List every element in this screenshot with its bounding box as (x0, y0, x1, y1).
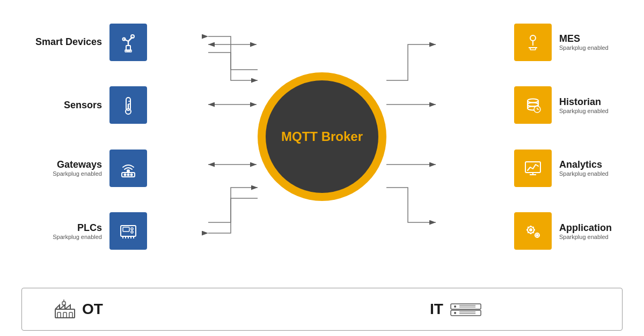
svg-point-3 (131, 35, 134, 38)
analytics-icon-box (514, 150, 552, 187)
gateways-row: Gateways Sparkplug enabled (32, 150, 147, 187)
server-icon (450, 302, 482, 317)
svg-point-16 (131, 174, 133, 175)
plc-icon (116, 219, 140, 243)
ot-section: OT (54, 300, 322, 319)
it-label: IT (430, 301, 443, 318)
sensors-label: Sensors (32, 100, 102, 111)
svg-point-8 (126, 109, 131, 114)
plcs-row: PLCs Sparkplug enabled (32, 212, 147, 250)
it-section: IT (322, 301, 590, 318)
svg-point-15 (128, 174, 129, 175)
broker-circle: MQTT Broker (258, 72, 386, 201)
svg-rect-69 (63, 312, 67, 318)
sensors-row: Sensors (32, 86, 147, 124)
gateways-icon-box (109, 150, 147, 187)
analytics-row: Analytics Sparkplug enabled (514, 150, 609, 187)
sensors-icon-box (109, 86, 147, 124)
svg-point-30 (528, 99, 538, 103)
application-icon (521, 219, 545, 243)
svg-rect-70 (69, 312, 72, 318)
svg-point-20 (131, 231, 133, 233)
svg-point-75 (454, 305, 456, 308)
thermometer-icon (116, 93, 140, 117)
wifi-router-icon (116, 156, 140, 180)
mes-icon-box (514, 24, 552, 61)
left-devices-column: Smart Devices Sensors (32, 0, 147, 273)
application-icon-box (514, 212, 552, 250)
svg-rect-18 (123, 227, 129, 232)
svg-rect-68 (57, 312, 61, 318)
historian-label: Historian Sparkplug enabled (559, 96, 609, 114)
mes-icon (521, 31, 545, 54)
svg-point-76 (454, 312, 456, 314)
mes-title: MES (559, 33, 609, 44)
analytics-subtitle: Sparkplug enabled (559, 170, 609, 177)
application-subtitle: Sparkplug enabled (559, 234, 612, 240)
plcs-title: PLCs (32, 222, 102, 234)
historian-icon-box (514, 86, 552, 124)
analytics-icon (521, 156, 545, 180)
svg-line-49 (528, 227, 528, 228)
historian-row: Historian Sparkplug enabled (514, 86, 609, 124)
historian-title: Historian (559, 96, 609, 108)
plcs-icon-box (109, 212, 147, 250)
sensors-title: Sensors (32, 100, 102, 111)
mes-subtitle: Sparkplug enabled (559, 44, 609, 51)
svg-line-52 (533, 227, 533, 228)
gateways-label: Gateways Sparkplug enabled (32, 159, 102, 177)
ot-label: OT (82, 301, 103, 318)
broker-inner-circle: MQTT Broker (266, 80, 378, 193)
robot-arm-icon (116, 31, 140, 54)
gateways-subtitle: Sparkplug enabled (32, 170, 102, 177)
application-row: Application Sparkplug enabled (514, 212, 612, 250)
analytics-label: Analytics Sparkplug enabled (559, 159, 609, 177)
svg-rect-40 (525, 162, 540, 173)
diagram-area: Smart Devices Sensors (0, 0, 644, 273)
smart-devices-row: Smart Devices (32, 24, 147, 61)
smart-devices-title: Smart Devices (32, 36, 102, 48)
svg-point-26 (530, 35, 536, 41)
analytics-title: Analytics (559, 159, 609, 170)
plcs-label: PLCs Sparkplug enabled (32, 222, 102, 240)
smart-devices-label: Smart Devices (32, 36, 102, 48)
gateways-title: Gateways (32, 159, 102, 170)
bottom-ot-it-bar: OT IT (21, 288, 623, 331)
right-services-column: MES Sparkplug enabled (514, 0, 612, 273)
mes-label: MES Sparkplug enabled (559, 33, 609, 51)
svg-rect-29 (530, 48, 536, 50)
svg-point-14 (125, 174, 126, 175)
mes-row: MES Sparkplug enabled (514, 24, 609, 61)
svg-line-51 (528, 233, 528, 233)
svg-line-50 (533, 233, 533, 233)
broker-outer-ring: MQTT Broker (258, 72, 386, 201)
svg-point-19 (131, 228, 133, 230)
svg-point-44 (530, 229, 532, 231)
broker-label: MQTT Broker (281, 128, 363, 145)
historian-subtitle: Sparkplug enabled (559, 108, 609, 114)
svg-point-12 (127, 170, 129, 172)
factory-icon (54, 300, 76, 319)
smart-devices-icon-box (109, 24, 147, 61)
application-label: Application Sparkplug enabled (559, 222, 612, 240)
svg-rect-67 (55, 309, 75, 318)
application-title: Application (559, 222, 612, 234)
plcs-subtitle: Sparkplug enabled (32, 234, 102, 240)
svg-point-54 (537, 235, 538, 236)
historian-icon (521, 93, 545, 117)
